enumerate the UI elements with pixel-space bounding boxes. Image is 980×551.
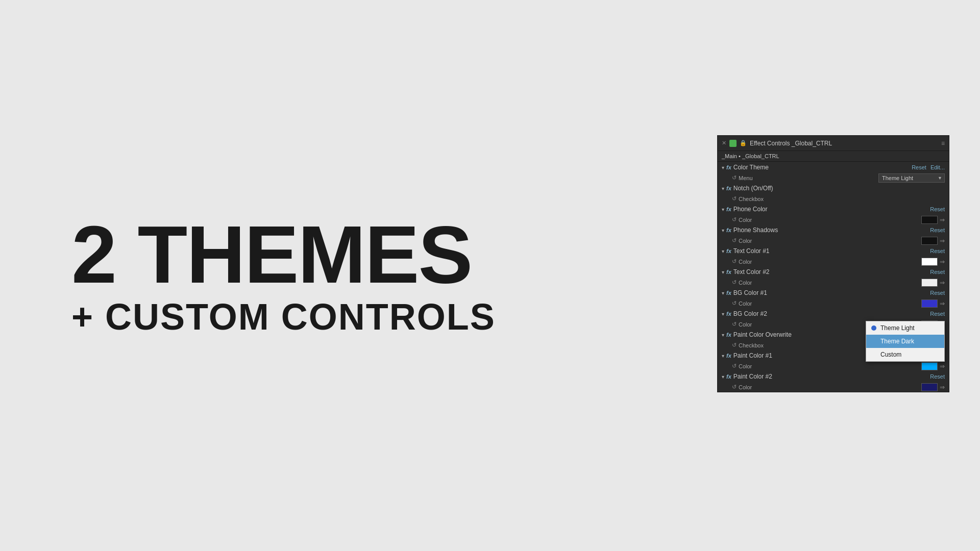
lock-icon: 🔒: [740, 140, 747, 146]
phone-color-swatch[interactable]: [921, 216, 938, 224]
bg-color-1-chevron[interactable]: ▾: [722, 290, 724, 296]
text-color-1-prop-row: ↺ Color ⇒: [718, 257, 949, 266]
color-theme-header: ▾ fx Color Theme Reset Edit...: [718, 162, 949, 173]
paint-color-2-prop-label: Color: [739, 384, 945, 390]
paint-color-overwrite-label: Paint Color Overwrite: [733, 331, 792, 338]
notch-header: ▾ fx Notch (On/Off): [718, 183, 949, 194]
phone-shadows-fx: fx: [726, 227, 731, 233]
paint-color-2-link-icon[interactable]: ⇒: [940, 384, 945, 391]
effect-controls-panel: ✕ 🔒 Effect Controls _Global_CTRL ≡ _Main…: [717, 135, 949, 392]
text-color-1-fx: fx: [726, 248, 731, 254]
text-color-1-link-icon[interactable]: ⇒: [940, 258, 945, 265]
phone-shadows-label: Phone Shadows: [733, 227, 778, 234]
bg-color-1-reset[interactable]: Reset: [930, 290, 945, 296]
paint-color-1-reset-icon: ↺: [732, 363, 737, 369]
text-color-2-prop-label: Color: [739, 280, 945, 286]
text-color-1-reset[interactable]: Reset: [930, 248, 945, 254]
bg-color-2-label: BG Color #2: [733, 310, 767, 317]
paint-color-2-fx: fx: [726, 373, 731, 380]
theme-dark-label: Theme Dark: [880, 338, 914, 345]
text-color-2-chevron[interactable]: ▾: [722, 269, 724, 275]
menu-prop-row: ↺ Menu Theme Light ▼: [718, 173, 949, 183]
bg-color-2-chevron[interactable]: ▾: [722, 311, 724, 317]
dropdown-value: Theme Light: [882, 175, 913, 181]
text-color-2-link-icon[interactable]: ⇒: [940, 279, 945, 286]
paint-color-1-label: Paint Color #1: [733, 352, 772, 359]
text-color-1-header: ▾ fx Text Color #1 Reset: [718, 245, 949, 257]
paint-color-1-chevron[interactable]: ▾: [722, 353, 724, 359]
close-button[interactable]: ✕: [722, 140, 726, 146]
text-color-1-chevron[interactable]: ▾: [722, 248, 724, 254]
theme-light-label: Theme Light: [880, 324, 915, 332]
paint-color-2-chevron[interactable]: ▾: [722, 374, 724, 380]
phone-shadows-reset-icon: ↺: [732, 237, 737, 244]
paint-color-overwrite-chevron[interactable]: ▾: [722, 332, 724, 338]
theme-dropdown[interactable]: Theme Light ▼: [878, 173, 945, 183]
paint-color-2-reset[interactable]: Reset: [930, 373, 945, 380]
text-color-2-fx: fx: [726, 269, 731, 275]
dropdown-option-custom[interactable]: Custom: [866, 348, 944, 361]
panel-header: ✕ 🔒 Effect Controls _Global_CTRL ≡: [718, 136, 949, 151]
bg-color-1-fx: fx: [726, 290, 731, 296]
paint-color-1-fx: fx: [726, 353, 731, 359]
phone-shadows-chevron[interactable]: ▾: [722, 228, 724, 233]
phone-shadows-section: ▾ fx Phone Shadows Reset ↺ Color ⇒: [718, 224, 949, 245]
notch-label: Notch (On/Off): [733, 185, 773, 192]
menu-icon[interactable]: ≡: [941, 140, 945, 147]
phone-color-label: Phone Color: [733, 206, 768, 213]
bg-color-1-swatch[interactable]: [921, 299, 938, 308]
text-color-1-swatch[interactable]: [921, 258, 938, 266]
phone-shadows-swatch[interactable]: [921, 237, 938, 245]
paint-color-1-swatch[interactable]: [921, 362, 938, 370]
phone-shadows-reset[interactable]: Reset: [930, 227, 945, 233]
phone-color-link-icon[interactable]: ⇒: [940, 216, 945, 223]
text-color-2-section: ▾ fx Text Color #2 Reset ↺ Color ⇒: [718, 266, 949, 287]
hero-title: 2 THEMES: [71, 216, 496, 293]
text-color-2-reset[interactable]: Reset: [930, 269, 945, 275]
phone-color-fx: fx: [726, 206, 731, 212]
paint-color-2-label: Paint Color #2: [733, 373, 772, 380]
theme-dropdown-popup: Theme Light Theme Dark Custom: [866, 321, 945, 362]
dropdown-option-theme-light[interactable]: Theme Light: [866, 321, 944, 335]
chevron-icon[interactable]: ▾: [722, 165, 724, 170]
paint-color-1-prop-label: Color: [739, 363, 945, 369]
notch-section: ▾ fx Notch (On/Off) ↺ Checkbox: [718, 183, 949, 204]
hero-subtitle: + CUSTOM CONTROLS: [71, 298, 496, 335]
panel-title: Effect Controls _Global_CTRL: [750, 140, 938, 147]
bg-color-2-fx: fx: [726, 311, 731, 317]
bg-color-1-header: ▾ fx BG Color #1 Reset: [718, 287, 949, 298]
color-theme-edit[interactable]: Edit...: [930, 164, 945, 170]
color-theme-controls: Reset Edit...: [912, 164, 945, 170]
phone-shadows-link-icon[interactable]: ⇒: [940, 237, 945, 244]
bg-color-1-link-icon[interactable]: ⇒: [940, 300, 945, 307]
dropdown-option-theme-dark[interactable]: Theme Dark: [866, 335, 944, 348]
phone-shadows-prop-label: Color: [739, 238, 945, 244]
custom-label: Custom: [880, 351, 901, 358]
phone-color-reset-icon: ↺: [732, 216, 737, 223]
bg-color-2-reset[interactable]: Reset: [930, 311, 945, 317]
text-color-1-section: ▾ fx Text Color #1 Reset ↺ Color ⇒: [718, 245, 949, 266]
color-theme-reset[interactable]: Reset: [912, 164, 926, 170]
phone-color-reset[interactable]: Reset: [930, 206, 945, 212]
bg-color-2-reset-icon: ↺: [732, 321, 737, 328]
phone-color-chevron[interactable]: ▾: [722, 207, 724, 212]
paint-color-2-swatch[interactable]: [921, 383, 938, 391]
text-color-2-label: Text Color #2: [733, 268, 770, 276]
green-button[interactable]: [729, 140, 737, 147]
text-color-1-prop-label: Color: [739, 259, 945, 265]
bg-color-2-header: ▾ fx BG Color #2 Reset: [718, 308, 949, 319]
text-color-1-reset-icon: ↺: [732, 258, 737, 265]
phone-color-header: ▾ fx Phone Color Reset: [718, 204, 949, 215]
phone-color-prop-label: Color: [739, 217, 945, 223]
bg-color-1-section: ▾ fx BG Color #1 Reset ↺ Color ⇒: [718, 287, 949, 308]
text-color-2-swatch[interactable]: [921, 279, 938, 287]
menu-reset-icon: ↺: [732, 174, 737, 181]
notch-chevron[interactable]: ▾: [722, 186, 724, 191]
paint-color-2-section: ▾ fx Paint Color #2 Reset ↺ Color ⇒: [718, 371, 949, 392]
phone-color-section: ▾ fx Phone Color Reset ↺ Color ⇒: [718, 204, 949, 224]
bg-color-1-reset-icon: ↺: [732, 300, 737, 307]
phone-shadows-prop-row: ↺ Color ⇒: [718, 236, 949, 245]
paint-color-1-link-icon[interactable]: ⇒: [940, 363, 945, 370]
menu-prop-controls: Theme Light ▼: [878, 173, 945, 183]
notch-fx-badge: fx: [726, 185, 731, 191]
